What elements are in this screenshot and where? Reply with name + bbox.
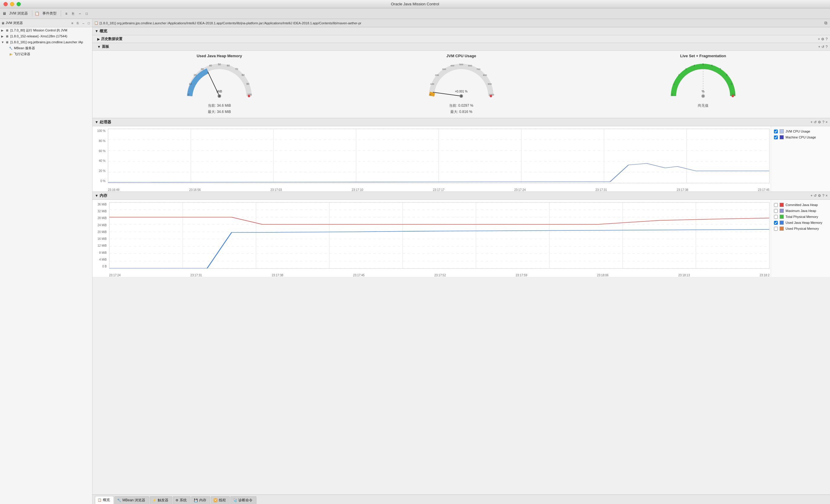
minus-btn[interactable]: –	[77, 11, 83, 16]
memory-title: 内存	[100, 193, 107, 198]
used-physical-checkbox[interactable]	[774, 227, 778, 231]
processor-header[interactable]: ▼ 处理器 + ↺ ⚙ ? ×	[93, 118, 830, 126]
svg-text:20: 20	[194, 73, 196, 76]
tab-overview-label: 概览	[103, 498, 110, 503]
settings-btn[interactable]: ⚙	[821, 37, 824, 41]
sidebar-btn-4[interactable]: □	[87, 21, 91, 26]
sidebar-item-jvm181[interactable]: ▼ 🖥 [1.8.0_181] org.jetbrains.jps.cmdlin…	[0, 39, 92, 45]
memory-header[interactable]: ▼ 内存 + ↺ ⚙ ? ×	[93, 192, 830, 200]
legend-max-java: Maximum Java Heap	[774, 209, 827, 213]
add-btn[interactable]: +	[818, 37, 820, 41]
flight-icon: 🚁	[8, 52, 13, 56]
mem-add-btn[interactable]: +	[810, 194, 812, 198]
panel-add-btn[interactable]: +	[818, 45, 820, 49]
memory-legend: Committed Java Heap Maximum Java Heap To	[771, 200, 830, 277]
memory-controls: + ↺ ⚙ ? ×	[810, 194, 828, 198]
svg-text:700: 700	[476, 68, 480, 70]
traffic-lights	[4, 2, 21, 6]
tab-system-icon: ⚙	[175, 498, 179, 502]
tab-overview-icon: 📋	[98, 498, 102, 502]
sidebar-item-flight[interactable]: 🚁 飞行记录器	[0, 51, 92, 57]
svg-text:400: 400	[450, 64, 454, 67]
proc-settings-btn[interactable]: ⚙	[818, 120, 821, 124]
committed-checkbox[interactable]	[774, 203, 778, 207]
max-java-checkbox[interactable]	[774, 209, 778, 213]
tab-triggers-label: 触发器	[158, 498, 168, 503]
expand-arrow: ▶	[1, 29, 5, 32]
total-physical-checkbox[interactable]	[774, 215, 778, 219]
jvm-cpu-checkbox[interactable]	[774, 130, 778, 133]
svg-text:800: 800	[483, 74, 487, 76]
panel-help-btn[interactable]: ?	[826, 45, 828, 49]
y-axis: 100 % 80 % 60 % 40 % 20 % 0 %	[93, 129, 107, 183]
used-physical-label: Used Physical Memory	[786, 227, 819, 230]
tab-triggers[interactable]: ⚡ 触发器	[150, 496, 172, 504]
sidebar-btn-2[interactable]: ⎘	[75, 21, 80, 26]
tab-overview[interactable]: 📋 概览	[95, 496, 114, 504]
sidebar-item-jvm152[interactable]: ▶ 🖥 [1.8.0_152-release] -Xms128m (17544)	[0, 33, 92, 39]
svg-text:3: 3	[685, 68, 687, 70]
svg-text:1: 1	[673, 83, 675, 85]
proc-help-btn[interactable]: ?	[822, 120, 824, 124]
panel-section-header[interactable]: ▼ 面板 + ↺ ?	[93, 43, 830, 51]
panel-refresh-btn[interactable]: ↺	[821, 45, 824, 49]
mem-y-axis: 36 MiB 32 MiB 28 MiB 24 MiB 20 MiB 16 Mi…	[93, 203, 108, 268]
svg-text:8: 8	[726, 73, 728, 76]
window-title: Oracle Java Mission Control	[391, 2, 439, 6]
jvm-browser-button[interactable]: JVM 浏览器	[7, 10, 30, 17]
tab-diagnostic[interactable]: 🩺 诊断命令	[230, 496, 256, 504]
mem-settings-btn[interactable]: ⚙	[818, 194, 821, 198]
expand-arrow: ▼	[1, 41, 5, 44]
sidebar-item-mbean[interactable]: 🔧 MBean 服务器	[0, 45, 92, 51]
tab-mbean[interactable]: 🔧 MBean 浏览器	[115, 496, 149, 504]
mem-help-btn[interactable]: ?	[822, 194, 824, 198]
mem-close-btn[interactable]: ×	[826, 194, 828, 198]
svg-text:0: 0	[430, 93, 431, 96]
sidebar-item-label: MBean 服务器	[14, 46, 35, 51]
event-types-button[interactable]: 事件类型	[41, 10, 58, 17]
legend-total-physical: Total Physical Memory	[774, 215, 827, 219]
svg-text:5: 5	[702, 63, 704, 66]
legend-item-machine-cpu: Machine CPU Usage	[774, 135, 827, 139]
svg-point-29	[460, 95, 462, 97]
proc-close-btn[interactable]: ×	[826, 120, 828, 124]
expand-arrow: ▶	[1, 35, 5, 38]
tab-threads[interactable]: 🔀 线程	[211, 496, 230, 504]
detach-btn[interactable]: ⧉	[824, 20, 828, 26]
jvm-icon: 🖥	[5, 34, 9, 38]
jvm-browser-tab-label: JVM 浏览器	[6, 21, 23, 25]
mem-x-labels: 23:17:24 23:17:31 23:17:38 23:17:45 23:1…	[109, 274, 769, 277]
copy-btn[interactable]: ⎘	[70, 11, 76, 16]
tab-system[interactable]: ⚙ 系统	[173, 496, 191, 504]
content-path-icon: 📋	[94, 21, 98, 25]
sidebar-btn-3[interactable]: –	[81, 21, 85, 26]
main-layout: 🖥 JVM 浏览器 ≡ ⎘ – □ ▶ 🖥 [1.7.0_80] 运行 Miss…	[0, 19, 830, 504]
maximize-button[interactable]	[17, 2, 21, 6]
titlebar: Oracle Java Mission Control	[0, 0, 830, 8]
history-section-header[interactable]: ▶ 历史数据设置 + ⚙ ?	[93, 35, 830, 43]
x-label: 23:17:03	[270, 188, 282, 191]
tab-system-label: 系统	[180, 498, 187, 503]
close-button[interactable]	[4, 2, 8, 6]
sidebar-item-jvm170[interactable]: ▶ 🖥 [1.7.0_80] 运行 Mission Control 的 JVM	[0, 27, 92, 33]
used-java-checkbox[interactable]	[774, 221, 778, 225]
content-area: ▼ 概览 ▶ 历史数据设置 + ⚙ ? ▼ 面板	[93, 27, 830, 495]
overview-section-header[interactable]: ▼ 概览	[93, 27, 830, 35]
svg-text:4: 4	[693, 64, 695, 67]
proc-refresh-btn[interactable]: ↺	[814, 120, 817, 124]
svg-text:900: 900	[488, 83, 492, 85]
x-label: 23:16:56	[189, 188, 201, 191]
proc-add-btn[interactable]: +	[810, 120, 812, 124]
max-btn[interactable]: □	[84, 11, 90, 16]
list-btn[interactable]: ≡	[63, 11, 69, 16]
x-label: 23:16:49	[108, 188, 120, 191]
minimize-button[interactable]	[10, 2, 14, 6]
tab-memory[interactable]: 💾 内存	[191, 496, 210, 504]
sidebar-btn-1[interactable]: ≡	[70, 21, 74, 26]
help-btn[interactable]: ?	[826, 37, 828, 41]
machine-cpu-checkbox[interactable]	[774, 135, 778, 139]
mem-refresh-btn[interactable]: ↺	[814, 194, 817, 198]
toolbar-separator-2	[61, 11, 61, 17]
heap-gauge-title: Used Java Heap Memory	[196, 54, 242, 58]
svg-text:500: 500	[459, 63, 463, 66]
